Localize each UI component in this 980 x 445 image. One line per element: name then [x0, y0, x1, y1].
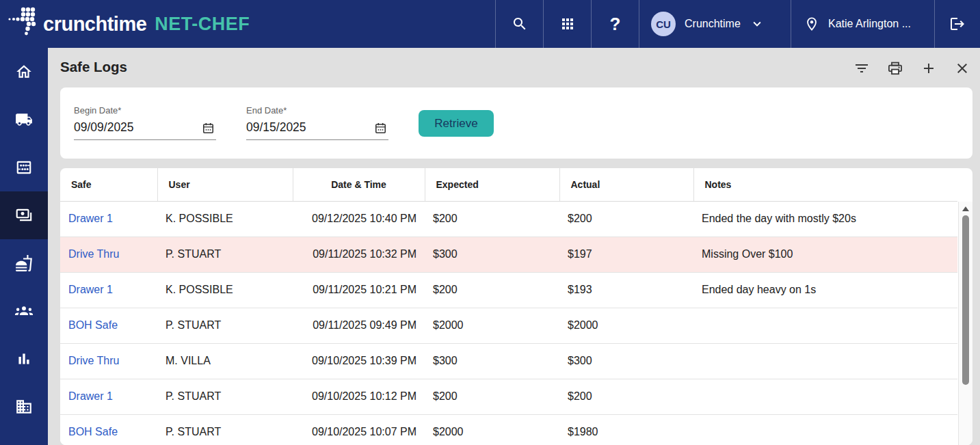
- col-user: User: [157, 168, 293, 201]
- expected-cell: $300: [425, 237, 559, 272]
- location-selector[interactable]: Katie Arlington ...: [791, 0, 934, 48]
- sidebar-item-reports[interactable]: [0, 335, 48, 383]
- sidebar-item-deliveries[interactable]: [0, 96, 48, 144]
- col-safe: Safe: [60, 168, 157, 201]
- main-content: Safe Logs Begin Date* 09/09/2025: [48, 48, 980, 445]
- notes-cell: Ended day heavy on 1s: [693, 272, 957, 308]
- actual-cell: $200: [559, 201, 693, 237]
- user-cell: P. STUART: [157, 414, 293, 445]
- table-row: Drive Thru P. STUART 09/11/2025 10:32 PM…: [60, 237, 957, 272]
- actual-cell: $193: [559, 272, 693, 308]
- search-icon: [512, 16, 528, 32]
- sidebar-item-staff[interactable]: [0, 287, 48, 335]
- sidebar-item-home[interactable]: [0, 48, 48, 96]
- safe-logs-table: Safe User Date & Time Expected Actual No…: [60, 168, 957, 445]
- account-menu[interactable]: CU Crunchtime: [639, 0, 791, 48]
- safe-logs-table-card: Safe User Date & Time Expected Actual No…: [60, 168, 972, 445]
- page-toolbar: [853, 60, 970, 77]
- search-button[interactable]: [495, 0, 543, 48]
- table-row: Drawer 1 P. STUART 09/10/2025 10:12 PM $…: [60, 379, 957, 414]
- safe-link[interactable]: Drive Thru: [68, 355, 119, 366]
- end-date-field[interactable]: End Date* 09/15/2025: [246, 105, 388, 140]
- user-cell: K. POSSIBLE: [157, 272, 293, 308]
- expected-cell: $2000: [425, 414, 559, 445]
- filter-icon[interactable]: [853, 60, 870, 77]
- user-cell: K. POSSIBLE: [157, 201, 293, 237]
- datetime-cell: 09/11/2025 10:32 PM: [293, 237, 425, 272]
- begin-date-value[interactable]: 09/09/2025: [74, 120, 134, 135]
- expected-cell: $300: [425, 343, 559, 379]
- scrollbar-thumb[interactable]: [962, 215, 969, 385]
- sidebar-item-company[interactable]: [0, 383, 48, 431]
- col-expected: Expected: [425, 168, 559, 201]
- sidebar-item-inventory[interactable]: [0, 144, 48, 191]
- col-actual: Actual: [559, 168, 693, 201]
- notes-cell: [693, 343, 957, 379]
- datetime-cell: 09/10/2025 10:12 PM: [293, 379, 425, 414]
- actual-cell: $200: [559, 379, 693, 414]
- location-pin-icon: [804, 16, 819, 31]
- location-name: Katie Arlington ...: [828, 18, 911, 30]
- safe-link[interactable]: Drive Thru: [68, 248, 119, 260]
- datetime-cell: 09/11/2025 10:21 PM: [293, 272, 425, 308]
- page-header: Safe Logs: [48, 48, 980, 87]
- begin-date-field[interactable]: Begin Date* 09/09/2025: [74, 105, 216, 140]
- chevron-down-icon: [750, 16, 765, 31]
- safe-link[interactable]: Drawer 1: [68, 213, 113, 224]
- actual-cell: $1980: [559, 414, 693, 445]
- bar-chart-icon: [15, 350, 33, 368]
- calendar-icon[interactable]: [202, 122, 215, 135]
- end-date-value[interactable]: 09/15/2025: [246, 120, 306, 135]
- expected-cell: $200: [425, 379, 559, 414]
- table-row: Drawer 1 K. POSSIBLE 09/12/2025 10:40 PM…: [60, 201, 957, 237]
- user-cell: M. VILLA: [157, 343, 293, 379]
- logout-icon: [949, 16, 966, 32]
- brand-product: NET-CHEF: [155, 14, 250, 35]
- table-header-row: Safe User Date & Time Expected Actual No…: [60, 168, 957, 201]
- safe-link[interactable]: Drawer 1: [68, 284, 113, 295]
- sidebar-item-cash[interactable]: [0, 191, 48, 239]
- col-datetime: Date & Time: [293, 168, 425, 201]
- topbar-nav: ? CU Crunchtime Katie Arlington ...: [495, 0, 980, 48]
- table-body: Drawer 1 K. POSSIBLE 09/12/2025 10:40 PM…: [60, 201, 957, 445]
- brand-name: crunchtime: [43, 13, 146, 36]
- notes-cell: Ended the day with mostly $20s: [693, 201, 957, 237]
- table-row: Drawer 1 K. POSSIBLE 09/11/2025 10:21 PM…: [60, 272, 957, 308]
- avatar: CU: [651, 12, 676, 36]
- safe-link[interactable]: BOH Safe: [68, 426, 118, 437]
- logout-button[interactable]: [934, 0, 980, 48]
- add-icon[interactable]: [921, 60, 937, 77]
- close-icon[interactable]: [954, 60, 970, 77]
- page-title: Safe Logs: [60, 59, 127, 75]
- safe-link[interactable]: Drawer 1: [68, 390, 113, 402]
- datetime-cell: 09/10/2025 10:07 PM: [293, 414, 425, 445]
- abacus-icon: [15, 159, 33, 176]
- notes-cell: Missing Over $100: [693, 237, 957, 272]
- fastfood-icon: [15, 254, 33, 272]
- sidebar: [0, 48, 48, 445]
- delivery-truck-icon: [15, 111, 33, 129]
- user-cell: P. STUART: [157, 379, 293, 414]
- table-row: BOH Safe P. STUART 09/11/2025 09:49 PM $…: [60, 308, 957, 343]
- building-icon: [15, 398, 33, 416]
- top-bar: crunchtime NET-CHEF ? CU Crunchtime Kati…: [0, 0, 980, 48]
- user-cell: P. STUART: [157, 308, 293, 343]
- end-date-label: End Date*: [246, 105, 388, 116]
- apps-button[interactable]: [543, 0, 591, 48]
- apps-grid-icon: [559, 16, 576, 32]
- dots-logo-icon: [7, 6, 37, 38]
- payments-icon: [15, 206, 33, 224]
- table-scrollbar[interactable]: [958, 202, 972, 445]
- user-cell: P. STUART: [157, 237, 293, 272]
- filter-panel: Begin Date* 09/09/2025 End Date* 09/15/2…: [60, 87, 972, 159]
- brand: crunchtime NET-CHEF: [0, 0, 495, 48]
- scrollbar-up-arrow-icon[interactable]: [962, 206, 969, 211]
- retrieve-button[interactable]: Retrieve: [419, 110, 494, 137]
- safe-link[interactable]: BOH Safe: [68, 319, 118, 331]
- help-button[interactable]: ?: [591, 0, 639, 48]
- sidebar-item-menu[interactable]: [0, 239, 48, 287]
- calendar-icon[interactable]: [374, 122, 387, 135]
- print-icon[interactable]: [887, 60, 903, 77]
- table-row: BOH Safe P. STUART 09/10/2025 10:07 PM $…: [60, 414, 957, 445]
- notes-cell: [693, 308, 957, 343]
